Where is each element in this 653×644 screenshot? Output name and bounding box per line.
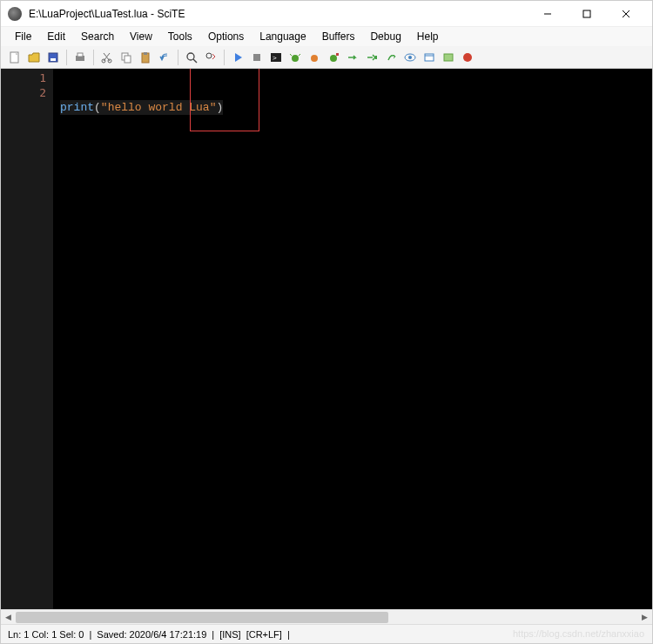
svg-line-18	[193, 59, 197, 63]
paste-icon	[139, 51, 151, 64]
minimize-button[interactable]	[528, 2, 567, 26]
console-button[interactable]: >	[267, 49, 285, 66]
minimize-icon	[543, 10, 552, 18]
app-icon	[8, 7, 22, 21]
paste-button[interactable]	[137, 49, 154, 66]
toolbar: >	[1, 46, 652, 69]
menu-view[interactable]: View	[123, 29, 159, 44]
svg-rect-1	[583, 10, 590, 17]
menubar: File Edit Search View Tools Options Lang…	[1, 27, 652, 46]
menu-language[interactable]: Language	[252, 29, 313, 44]
cut-button[interactable]	[98, 49, 116, 66]
svg-line-25	[299, 54, 300, 56]
print-button[interactable]	[71, 49, 89, 66]
status-separator: |	[89, 629, 91, 640]
maximize-icon	[582, 10, 591, 18]
svg-rect-16	[144, 52, 147, 55]
svg-rect-34	[444, 54, 453, 61]
copy-button[interactable]	[118, 49, 135, 66]
menu-options[interactable]: Options	[201, 29, 251, 44]
svg-point-35	[463, 53, 472, 62]
toolbar-separator	[178, 50, 178, 65]
titlebar: E:\LuaProject\LuaTest.lua - SciTE	[1, 1, 652, 27]
code-content[interactable]: print("hello world Lua")	[60, 70, 223, 144]
find-icon	[185, 51, 198, 64]
step-out-button[interactable]	[382, 49, 400, 66]
menu-tools[interactable]: Tools	[161, 29, 199, 44]
save-icon	[47, 51, 59, 64]
scrollbar-track[interactable]	[16, 610, 637, 625]
svg-rect-8	[77, 53, 83, 57]
menu-edit[interactable]: Edit	[40, 29, 72, 44]
line-number-gutter: 1 2	[1, 69, 53, 609]
scite-window: E:\LuaProject\LuaTest.lua - SciTE File E…	[0, 0, 653, 644]
output-icon	[423, 51, 435, 64]
menu-file[interactable]: File	[8, 29, 38, 44]
open-file-icon	[28, 51, 40, 64]
toolbar-separator	[66, 50, 67, 65]
toolbar-separator	[93, 50, 94, 65]
svg-rect-29	[375, 56, 377, 59]
status-insert-mode: [INS]	[219, 629, 240, 640]
undo-button[interactable]	[156, 49, 173, 66]
svg-text:>: >	[273, 54, 277, 62]
undo-icon	[158, 51, 171, 64]
maximize-button[interactable]	[567, 2, 606, 26]
menu-debug[interactable]: Debug	[363, 29, 407, 44]
scroll-right-button[interactable]: ▶	[637, 610, 652, 625]
horizontal-scrollbar[interactable]: ◀ ▶	[1, 609, 652, 624]
statusbar: Ln: 1 Col: 1 Sel: 0 | Saved: 2020/6/4 17…	[1, 624, 652, 643]
svg-point-19	[206, 53, 212, 58]
debug-start-button[interactable]	[286, 49, 304, 66]
copy-icon	[120, 51, 132, 64]
svg-point-31	[408, 56, 412, 59]
open-file-button[interactable]	[25, 49, 43, 66]
menu-search[interactable]: Search	[74, 29, 121, 44]
token-paren: (	[94, 101, 101, 114]
menu-help[interactable]: Help	[410, 29, 446, 44]
scroll-left-button[interactable]: ◀	[1, 610, 16, 625]
step-over-button[interactable]	[344, 49, 361, 66]
svg-rect-14	[125, 56, 131, 63]
output-button[interactable]	[421, 49, 438, 66]
run-button[interactable]	[229, 49, 246, 66]
stop-button[interactable]	[248, 49, 266, 66]
svg-point-27	[330, 55, 337, 62]
stop-icon	[251, 51, 263, 64]
save-button[interactable]	[44, 49, 62, 66]
close-icon	[622, 10, 630, 18]
record-button[interactable]	[459, 49, 476, 66]
replace-button[interactable]	[202, 49, 219, 66]
clear-button[interactable]	[440, 49, 457, 66]
find-button[interactable]	[183, 49, 200, 66]
close-button[interactable]	[606, 2, 645, 26]
editor[interactable]: 1 2 print("hello world Lua")	[1, 69, 652, 609]
debug-start-icon	[289, 51, 301, 64]
debug-step-button[interactable]	[325, 49, 342, 66]
svg-rect-32	[425, 54, 434, 61]
step-over-icon	[347, 51, 359, 64]
console-icon: >	[270, 51, 282, 64]
status-separator: |	[287, 629, 290, 640]
token-function: print	[60, 101, 94, 114]
menu-buffers[interactable]: Buffers	[315, 29, 362, 44]
status-separator: |	[212, 629, 214, 640]
code-line[interactable]: print("hello world Lua")	[60, 100, 223, 115]
run-icon	[232, 51, 244, 64]
step-into-icon	[366, 51, 378, 64]
debug-break-icon	[308, 51, 320, 64]
svg-rect-28	[336, 53, 339, 56]
svg-point-23	[292, 55, 299, 62]
watch-button[interactable]	[401, 49, 419, 66]
status-saved: Saved: 2020/6/4 17:21:19	[97, 629, 206, 640]
svg-rect-20	[253, 54, 260, 61]
window-controls	[528, 2, 645, 26]
scrollbar-thumb[interactable]	[16, 612, 388, 623]
window-title: E:\LuaProject\LuaTest.lua - SciTE	[29, 8, 528, 20]
line-number: 1	[1, 70, 46, 85]
record-icon	[461, 51, 474, 64]
step-into-button[interactable]	[363, 49, 380, 66]
new-file-button[interactable]	[6, 49, 24, 66]
debug-break-button[interactable]	[306, 49, 323, 66]
svg-point-26	[311, 55, 318, 62]
